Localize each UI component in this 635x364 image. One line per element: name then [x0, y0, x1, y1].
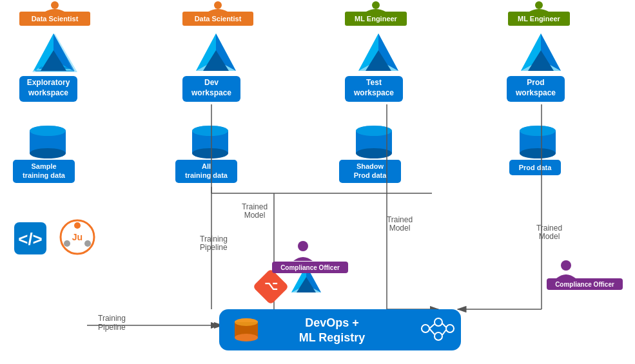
svg-point-6 [30, 148, 66, 158]
training-pipeline-label-mid-2: Pipeline [200, 243, 228, 252]
role-label-ds1: Data Scientist [32, 15, 79, 23]
svg-point-33 [235, 318, 258, 326]
trained-model-label-test-a: Trained [387, 215, 413, 224]
db-text-shadow-1: Shadow [357, 162, 384, 170]
training-pipeline-label-1: Training [98, 314, 126, 323]
svg-text:</>: </> [18, 229, 43, 249]
svg-point-10 [192, 148, 228, 158]
azure-ml-icon-1 [34, 34, 73, 71]
svg-text:Ju: Ju [72, 232, 83, 242]
compliance-label-1: Compliance Officer [280, 264, 340, 271]
git-icon: ⌥ [253, 269, 289, 305]
workspace-text-prod-2: workspace [515, 88, 556, 97]
trained-model-label-prod-a: Trained [536, 224, 562, 233]
trained-model-label-test-b: Model [389, 224, 411, 233]
azure-ml-icon-3 [358, 34, 398, 71]
devops-label-2: ML Registry [299, 331, 366, 344]
azure-ml-icon-2 [196, 34, 236, 71]
svg-point-18 [520, 148, 556, 158]
trained-model-label-1b: Model [244, 211, 266, 220]
jupyter-icon: Ju [61, 220, 94, 254]
db-text-all-2: training data [185, 171, 228, 179]
db-text-prod: Prod data [519, 164, 552, 171]
person-head-ds2 [214, 1, 222, 9]
vscode-icon: </> [14, 222, 46, 254]
svg-point-32 [235, 334, 258, 341]
workspace-text-exploratory-1: Exploratory [27, 78, 70, 87]
compliance-person-1-head [298, 241, 308, 251]
trained-model-label-1a: Trained [242, 202, 268, 211]
person-body-ds2 [208, 9, 228, 12]
compliance-person-2-body [556, 274, 576, 278]
person-body-mle2 [529, 9, 549, 12]
db-text-sample-1: Sample [31, 162, 56, 170]
svg-point-25 [84, 240, 91, 247]
workspace-text-test-1: Test [366, 78, 382, 87]
person-body-mle1 [366, 9, 386, 12]
role-label-ds2: Data Scientist [195, 15, 242, 23]
person-head-mle1 [372, 1, 380, 9]
role-label-mle2: ML Engineer [518, 15, 561, 23]
svg-point-19 [520, 126, 556, 136]
db-text-all-1: All [202, 162, 211, 170]
workspace-text-test-2: workspace [353, 88, 394, 97]
db-icon-prod [520, 126, 556, 158]
svg-point-7 [30, 126, 66, 136]
workspace-text-exploratory-2: workspace [28, 88, 68, 97]
compliance-label-2: Compliance Officer [555, 281, 614, 288]
role-label-mle1: ML Engineer [355, 15, 398, 23]
azure-ml-icon-4 [521, 34, 561, 71]
compliance-person-1-body [293, 257, 313, 261]
diagram: Data Scientist Data Scientist ML Enginee… [0, 0, 635, 364]
svg-text:⌥: ⌥ [264, 280, 278, 292]
svg-point-24 [64, 240, 70, 247]
workspace-text-prod-1: Prod [527, 78, 544, 87]
pipeline-icon [235, 318, 258, 341]
db-text-shadow-2: Prod data [354, 171, 387, 179]
person-head-ds1 [51, 1, 59, 9]
person-head-mle2 [535, 1, 543, 9]
training-pipeline-label-mid-1: Training [200, 235, 228, 244]
devops-label-1: DevOps + [305, 316, 359, 329]
compliance-person-2-head [561, 260, 571, 271]
db-icon-all [192, 126, 228, 158]
workspace-text-dev-2: workspace [191, 88, 231, 97]
person-body-ds1 [45, 9, 64, 12]
trained-model-label-prod-b: Model [539, 232, 560, 241]
workspace-text-dev-1: Dev [204, 78, 219, 87]
db-icon-sample [30, 126, 66, 158]
db-text-sample-2: training data [23, 171, 66, 179]
training-pipeline-label-2: Pipeline [98, 323, 126, 332]
svg-point-11 [192, 126, 228, 136]
svg-point-23 [74, 222, 81, 229]
